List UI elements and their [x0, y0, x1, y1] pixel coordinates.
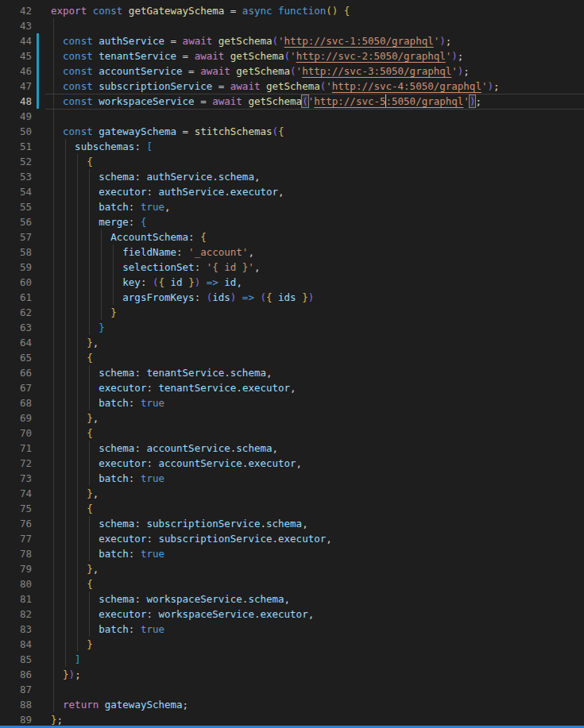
- code-line[interactable]: 51 subschemas: [: [0, 139, 584, 154]
- line-number[interactable]: 63: [0, 320, 32, 335]
- code-line[interactable]: 80 {: [0, 576, 584, 591]
- line-number[interactable]: 79: [0, 561, 32, 576]
- code-line[interactable]: 66 schema: tenantService.schema,: [0, 365, 584, 380]
- line-number[interactable]: 59: [0, 260, 32, 275]
- git-modified-indicator[interactable]: [37, 48, 39, 64]
- code-line[interactable]: 82 executor: workspaceService.executor,: [0, 607, 584, 622]
- line-number[interactable]: 71: [0, 441, 32, 456]
- line-number[interactable]: 58: [0, 245, 32, 260]
- code-line[interactable]: 79 },: [0, 561, 584, 576]
- line-number[interactable]: 70: [0, 426, 32, 441]
- code-line[interactable]: 72 executor: accountService.executor,: [0, 456, 584, 471]
- code-line[interactable]: 44 const authService = await getSchema('…: [0, 33, 584, 48]
- line-number[interactable]: 57: [0, 229, 32, 245]
- code-line[interactable]: 68 batch: true: [0, 395, 584, 410]
- url-link[interactable]: http://svc-3:5050/graphql: [302, 65, 451, 77]
- line-number[interactable]: 88: [0, 697, 32, 712]
- line-number[interactable]: 78: [0, 546, 32, 561]
- code-line[interactable]: 45 const tenantService = await getSchema…: [0, 48, 584, 64]
- code-line[interactable]: 42export const getGatewaySchema = async …: [0, 3, 584, 18]
- line-number[interactable]: 44: [0, 33, 32, 48]
- line-number[interactable]: 62: [0, 305, 32, 320]
- line-number[interactable]: 64: [0, 335, 32, 350]
- line-number[interactable]: 66: [0, 365, 32, 380]
- line-number[interactable]: 43: [0, 18, 32, 33]
- code-line[interactable]: 75 {: [0, 501, 584, 516]
- line-number[interactable]: 56: [0, 214, 32, 229]
- code-line[interactable]: 47 const subscriptionService = await get…: [0, 79, 584, 94]
- git-modified-indicator[interactable]: [37, 64, 39, 79]
- line-number[interactable]: 48: [0, 94, 32, 109]
- code-line[interactable]: 59 selectionSet: '{ id }',: [0, 260, 584, 275]
- line-number[interactable]: 75: [0, 501, 32, 516]
- code-line[interactable]: 54 executor: authService.executor,: [0, 184, 584, 199]
- line-number[interactable]: 47: [0, 79, 32, 94]
- code-line[interactable]: 67 executor: tenantService.executor,: [0, 380, 584, 395]
- line-number[interactable]: 65: [0, 350, 32, 365]
- line-number[interactable]: 77: [0, 531, 32, 546]
- code-line[interactable]: 52 {: [0, 154, 584, 169]
- code-line[interactable]: 70 {: [0, 426, 584, 441]
- line-number[interactable]: 87: [0, 682, 32, 697]
- line-number[interactable]: 74: [0, 486, 32, 501]
- code-line[interactable]: 57 AccountSchema: {: [0, 229, 584, 245]
- code-line[interactable]: 64 },: [0, 335, 584, 350]
- code-line[interactable]: 62 }: [0, 305, 584, 320]
- code-line[interactable]: 77 executor: subscriptionService.executo…: [0, 531, 584, 546]
- line-number[interactable]: 60: [0, 275, 32, 290]
- code-line[interactable]: 63 }: [0, 320, 584, 335]
- code-line[interactable]: 76 schema: subscriptionService.schema,: [0, 516, 584, 531]
- code-line[interactable]: 71 schema: accountService.schema,: [0, 441, 584, 456]
- line-number[interactable]: 72: [0, 456, 32, 471]
- line-number[interactable]: 85: [0, 652, 32, 667]
- line-number[interactable]: 42: [0, 3, 32, 18]
- line-number[interactable]: 49: [0, 109, 32, 124]
- line-number[interactable]: 53: [0, 169, 32, 184]
- line-number[interactable]: 83: [0, 622, 32, 637]
- code-line[interactable]: 88 return gatewaySchema;: [0, 697, 584, 712]
- line-number[interactable]: 45: [0, 48, 32, 64]
- code-line[interactable]: 48 const workspaceService = await getSch…: [0, 94, 584, 109]
- code-line[interactable]: 55 batch: true,: [0, 199, 584, 214]
- line-number[interactable]: 61: [0, 290, 32, 305]
- line-number[interactable]: 54: [0, 184, 32, 199]
- code-editor[interactable]: 42export const getGatewaySchema = async …: [0, 0, 584, 728]
- code-line[interactable]: 87: [0, 682, 584, 697]
- code-line[interactable]: 61 argsFromKeys: (ids) => ({ ids }): [0, 290, 584, 305]
- code-line[interactable]: 43: [0, 18, 584, 33]
- code-line[interactable]: 58 fieldName: '_account',: [0, 245, 584, 260]
- line-number[interactable]: 69: [0, 410, 32, 426]
- line-number[interactable]: 86: [0, 667, 32, 682]
- line-number[interactable]: 84: [0, 637, 32, 652]
- line-number[interactable]: 81: [0, 591, 32, 607]
- code-line[interactable]: 69 },: [0, 410, 584, 426]
- line-number[interactable]: 67: [0, 380, 32, 395]
- code-line[interactable]: 85 ]: [0, 652, 584, 667]
- line-number[interactable]: 55: [0, 199, 32, 214]
- url-link[interactable]: http://svc-4:5050/graphql: [332, 80, 482, 92]
- code-line[interactable]: 83 batch: true: [0, 622, 584, 637]
- line-number[interactable]: 50: [0, 124, 32, 139]
- git-modified-indicator[interactable]: [37, 79, 39, 94]
- code-line[interactable]: 50 const gatewaySchema = stitchSchemas({: [0, 124, 584, 139]
- git-modified-indicator[interactable]: [37, 33, 39, 48]
- line-number[interactable]: 46: [0, 64, 32, 79]
- code-line[interactable]: 56 merge: {: [0, 214, 584, 229]
- code-line[interactable]: 86 });: [0, 667, 584, 682]
- line-number[interactable]: 68: [0, 395, 32, 410]
- code-line[interactable]: 74 },: [0, 486, 584, 501]
- code-line[interactable]: 65 {: [0, 350, 584, 365]
- url-link[interactable]: http://svc-5: [314, 95, 385, 107]
- code-line[interactable]: 78 batch: true: [0, 546, 584, 561]
- code-line[interactable]: 60 key: ({ id }) => id,: [0, 275, 584, 290]
- line-number[interactable]: 52: [0, 154, 32, 169]
- code-line[interactable]: 81 schema: workspaceService.schema,: [0, 591, 584, 607]
- code-line[interactable]: 53 schema: authService.schema,: [0, 169, 584, 184]
- git-modified-indicator[interactable]: [37, 94, 39, 109]
- line-number[interactable]: 82: [0, 607, 32, 622]
- code-line[interactable]: 84 }: [0, 637, 584, 652]
- line-number[interactable]: 51: [0, 139, 32, 154]
- url-link[interactable]: http://svc-1:5050/graphql: [284, 35, 434, 47]
- url-link[interactable]: http://svc-2:5050/graphql: [296, 50, 446, 62]
- code-line[interactable]: 46 const accountService = await getSchem…: [0, 64, 584, 79]
